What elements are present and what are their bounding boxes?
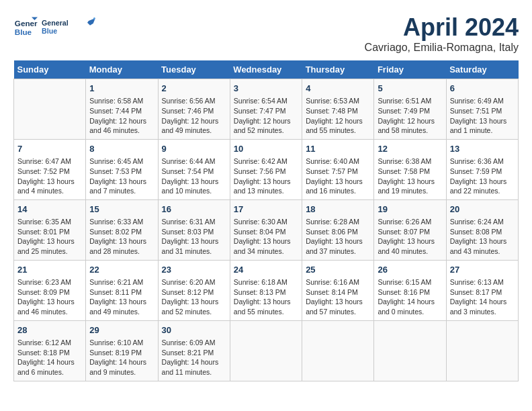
day-number: 4 xyxy=(306,83,370,95)
day-info: Sunrise: 6:24 AM Sunset: 8:08 PM Dayligh… xyxy=(450,217,515,257)
day-number: 26 xyxy=(378,264,442,276)
title-area: April 2024 Cavriago, Emilia-Romagna, Ita… xyxy=(365,13,519,54)
page-header: General Blue General Blue April 2024 Cav… xyxy=(13,13,519,54)
calendar-cell xyxy=(446,320,518,381)
day-info: Sunrise: 6:40 AM Sunset: 7:57 PM Dayligh… xyxy=(306,156,370,196)
logo-icon: General Blue xyxy=(13,14,38,38)
calendar-cell: 7Sunrise: 6:47 AM Sunset: 7:52 PM Daylig… xyxy=(14,139,86,199)
calendar-cell xyxy=(14,79,86,140)
day-info: Sunrise: 6:13 AM Sunset: 8:17 PM Dayligh… xyxy=(450,277,515,317)
day-info: Sunrise: 6:15 AM Sunset: 8:16 PM Dayligh… xyxy=(378,277,442,317)
day-number: 19 xyxy=(378,203,442,216)
calendar-cell: 18Sunrise: 6:28 AM Sunset: 8:06 PM Dayli… xyxy=(302,199,374,260)
svg-text:General: General xyxy=(15,19,38,28)
calendar-cell: 17Sunrise: 6:30 AM Sunset: 8:04 PM Dayli… xyxy=(230,199,302,260)
day-number: 10 xyxy=(234,143,298,155)
day-info: Sunrise: 6:20 AM Sunset: 8:12 PM Dayligh… xyxy=(162,277,226,317)
calendar-cell: 24Sunrise: 6:18 AM Sunset: 8:13 PM Dayli… xyxy=(230,260,302,320)
calendar-cell: 30Sunrise: 6:09 AM Sunset: 8:21 PM Dayli… xyxy=(158,320,230,381)
day-number: 1 xyxy=(89,83,154,95)
day-number: 23 xyxy=(162,264,226,276)
calendar-header-thursday: Thursday xyxy=(302,60,374,79)
calendar-cell: 14Sunrise: 6:35 AM Sunset: 8:01 PM Dayli… xyxy=(14,199,86,260)
day-info: Sunrise: 6:56 AM Sunset: 7:46 PM Dayligh… xyxy=(162,96,226,136)
calendar-cell: 25Sunrise: 6:16 AM Sunset: 8:14 PM Dayli… xyxy=(302,260,374,320)
day-number: 20 xyxy=(450,203,515,216)
svg-text:Blue: Blue xyxy=(15,28,32,36)
day-info: Sunrise: 6:42 AM Sunset: 7:56 PM Dayligh… xyxy=(234,156,298,196)
day-info: Sunrise: 6:10 AM Sunset: 8:19 PM Dayligh… xyxy=(89,338,154,377)
calendar-week-row: 7Sunrise: 6:47 AM Sunset: 7:52 PM Daylig… xyxy=(14,139,519,199)
calendar-header-saturday: Saturday xyxy=(446,60,518,79)
calendar-cell: 13Sunrise: 6:36 AM Sunset: 7:59 PM Dayli… xyxy=(446,139,518,199)
day-number: 11 xyxy=(306,143,370,155)
svg-text:Blue: Blue xyxy=(42,27,57,35)
calendar-cell: 2Sunrise: 6:56 AM Sunset: 7:46 PM Daylig… xyxy=(158,79,230,140)
day-info: Sunrise: 6:47 AM Sunset: 7:52 PM Dayligh… xyxy=(17,156,82,196)
logo-bird-icon: General Blue xyxy=(42,13,95,39)
calendar-cell xyxy=(302,320,374,381)
day-info: Sunrise: 6:36 AM Sunset: 7:59 PM Dayligh… xyxy=(450,156,515,196)
calendar-cell: 19Sunrise: 6:26 AM Sunset: 8:07 PM Dayli… xyxy=(374,199,446,260)
calendar-week-row: 21Sunrise: 6:23 AM Sunset: 8:09 PM Dayli… xyxy=(14,260,519,320)
calendar-header-monday: Monday xyxy=(86,60,158,79)
day-info: Sunrise: 6:44 AM Sunset: 7:54 PM Dayligh… xyxy=(162,156,226,196)
calendar-week-row: 1Sunrise: 6:58 AM Sunset: 7:44 PM Daylig… xyxy=(14,79,519,140)
day-number: 30 xyxy=(162,324,226,336)
day-number: 28 xyxy=(17,324,82,336)
day-number: 12 xyxy=(378,143,442,155)
day-number: 25 xyxy=(306,264,370,276)
day-number: 18 xyxy=(306,203,370,216)
calendar-cell: 8Sunrise: 6:45 AM Sunset: 7:53 PM Daylig… xyxy=(86,139,158,199)
day-number: 17 xyxy=(234,203,298,216)
day-info: Sunrise: 6:49 AM Sunset: 7:51 PM Dayligh… xyxy=(450,96,515,136)
day-number: 14 xyxy=(17,203,82,216)
calendar-cell: 15Sunrise: 6:33 AM Sunset: 8:02 PM Dayli… xyxy=(86,199,158,260)
calendar-cell: 4Sunrise: 6:53 AM Sunset: 7:48 PM Daylig… xyxy=(302,79,374,140)
calendar-cell: 16Sunrise: 6:31 AM Sunset: 8:03 PM Dayli… xyxy=(158,199,230,260)
day-info: Sunrise: 6:16 AM Sunset: 8:14 PM Dayligh… xyxy=(306,277,370,317)
calendar-cell: 12Sunrise: 6:38 AM Sunset: 7:58 PM Dayli… xyxy=(374,139,446,199)
calendar-header-tuesday: Tuesday xyxy=(158,60,230,79)
calendar-table: SundayMondayTuesdayWednesdayThursdayFrid… xyxy=(13,60,519,381)
calendar-header-wednesday: Wednesday xyxy=(230,60,302,79)
svg-text:General: General xyxy=(42,19,69,27)
day-number: 24 xyxy=(234,264,298,276)
day-info: Sunrise: 6:28 AM Sunset: 8:06 PM Dayligh… xyxy=(306,217,370,257)
calendar-cell: 29Sunrise: 6:10 AM Sunset: 8:19 PM Dayli… xyxy=(86,320,158,381)
calendar-cell: 27Sunrise: 6:13 AM Sunset: 8:17 PM Dayli… xyxy=(446,260,518,320)
day-info: Sunrise: 6:33 AM Sunset: 8:02 PM Dayligh… xyxy=(89,217,154,257)
calendar-cell: 3Sunrise: 6:54 AM Sunset: 7:47 PM Daylig… xyxy=(230,79,302,140)
calendar-cell: 9Sunrise: 6:44 AM Sunset: 7:54 PM Daylig… xyxy=(158,139,230,199)
day-info: Sunrise: 6:30 AM Sunset: 8:04 PM Dayligh… xyxy=(234,217,298,257)
calendar-cell: 5Sunrise: 6:51 AM Sunset: 7:49 PM Daylig… xyxy=(374,79,446,140)
calendar-cell: 22Sunrise: 6:21 AM Sunset: 8:11 PM Dayli… xyxy=(86,260,158,320)
day-number: 9 xyxy=(162,143,226,155)
calendar-header-friday: Friday xyxy=(374,60,446,79)
calendar-cell xyxy=(230,320,302,381)
day-number: 3 xyxy=(234,83,298,95)
calendar-week-row: 28Sunrise: 6:12 AM Sunset: 8:18 PM Dayli… xyxy=(14,320,519,381)
day-number: 27 xyxy=(450,264,515,276)
calendar-cell: 23Sunrise: 6:20 AM Sunset: 8:12 PM Dayli… xyxy=(158,260,230,320)
day-info: Sunrise: 6:18 AM Sunset: 8:13 PM Dayligh… xyxy=(234,277,298,317)
day-info: Sunrise: 6:09 AM Sunset: 8:21 PM Dayligh… xyxy=(162,338,226,377)
day-number: 5 xyxy=(378,83,442,95)
day-info: Sunrise: 6:53 AM Sunset: 7:48 PM Dayligh… xyxy=(306,96,370,136)
logo: General Blue General Blue xyxy=(13,13,95,39)
calendar-cell: 26Sunrise: 6:15 AM Sunset: 8:16 PM Dayli… xyxy=(374,260,446,320)
day-number: 8 xyxy=(89,143,154,155)
day-number: 2 xyxy=(162,83,226,95)
day-info: Sunrise: 6:45 AM Sunset: 7:53 PM Dayligh… xyxy=(89,156,154,196)
calendar-header-row: SundayMondayTuesdayWednesdayThursdayFrid… xyxy=(14,60,519,79)
day-number: 22 xyxy=(89,264,154,276)
calendar-cell: 20Sunrise: 6:24 AM Sunset: 8:08 PM Dayli… xyxy=(446,199,518,260)
day-info: Sunrise: 6:51 AM Sunset: 7:49 PM Dayligh… xyxy=(378,96,442,136)
calendar-cell xyxy=(374,320,446,381)
day-info: Sunrise: 6:31 AM Sunset: 8:03 PM Dayligh… xyxy=(162,217,226,257)
page-title: April 2024 xyxy=(365,13,519,42)
day-info: Sunrise: 6:54 AM Sunset: 7:47 PM Dayligh… xyxy=(234,96,298,136)
day-info: Sunrise: 6:12 AM Sunset: 8:18 PM Dayligh… xyxy=(17,338,82,377)
day-info: Sunrise: 6:21 AM Sunset: 8:11 PM Dayligh… xyxy=(89,277,154,317)
calendar-cell: 10Sunrise: 6:42 AM Sunset: 7:56 PM Dayli… xyxy=(230,139,302,199)
